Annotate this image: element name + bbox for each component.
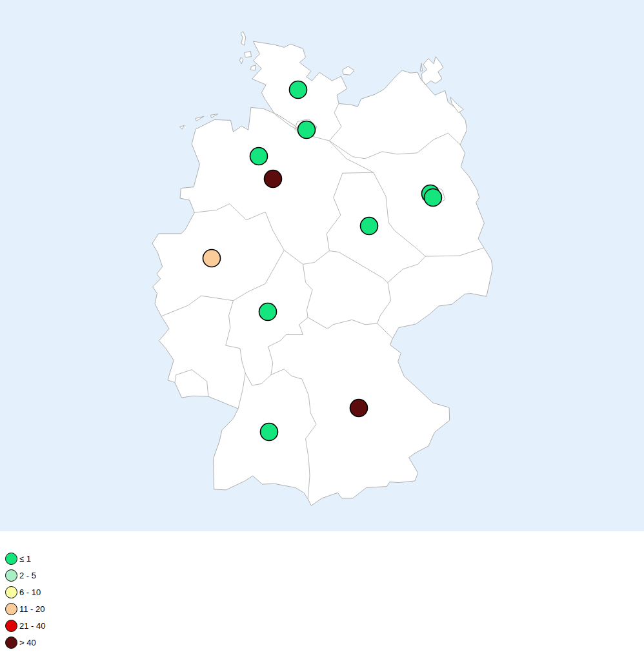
legend-color-swatch <box>5 586 17 598</box>
germany-map-svg <box>0 0 644 531</box>
island-foehr <box>245 52 252 57</box>
state-marker-bremen <box>250 148 268 165</box>
legend-color-swatch <box>5 637 17 649</box>
legend-color-swatch <box>5 620 17 632</box>
legend-item-label: ≤ 1 <box>19 554 31 564</box>
state-marker-north-rhine-westphalia <box>203 250 221 267</box>
legend-item-label: 21 - 40 <box>19 621 45 631</box>
legend-item: ≤ 1 <box>5 550 45 567</box>
legend-item: 21 - 40 <box>5 617 45 634</box>
state-marker-schleswig-holstein <box>290 81 307 99</box>
state-marker-bavaria <box>350 400 368 417</box>
legend-item: 6 - 10 <box>5 584 45 600</box>
legend-item-label: 11 - 20 <box>19 604 45 614</box>
state-marker-lower-saxony <box>265 170 282 188</box>
state-marker-berlin <box>425 189 442 207</box>
legend-color-swatch <box>5 553 17 565</box>
legend: ≤ 1 2 - 5 6 - 10 11 - 20 21 - 40 > 40 <box>5 550 45 651</box>
legend-item: 11 - 20 <box>5 600 45 617</box>
state-marker-hamburg <box>298 121 316 139</box>
legend-item-label: 2 - 5 <box>19 571 36 580</box>
legend-item-label: > 40 <box>19 638 36 647</box>
state-marker-saxony-anhalt <box>361 218 378 235</box>
state-marker-hesse <box>259 303 277 321</box>
state-marker-baden-wuerttemberg <box>261 423 278 441</box>
germany-map <box>0 0 644 531</box>
legend-color-swatch <box>5 603 17 615</box>
legend-item: > 40 <box>5 634 45 651</box>
legend-item: 2 - 5 <box>5 567 45 584</box>
legend-color-swatch <box>5 569 17 582</box>
legend-item-label: 6 - 10 <box>19 587 41 597</box>
